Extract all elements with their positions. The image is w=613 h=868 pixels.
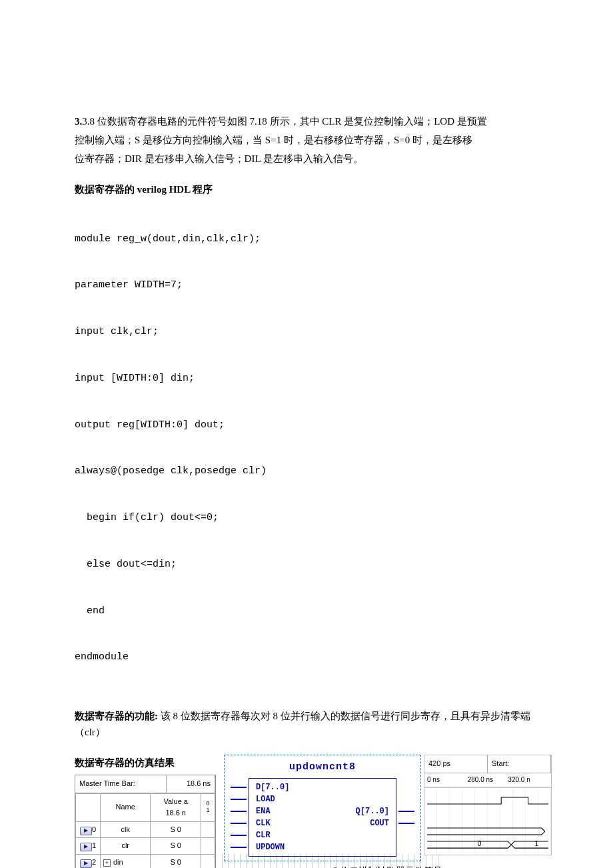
code-line: begin if(clr) dout<=0; <box>75 510 546 525</box>
code-line: always@(posedge clk,posedge clr) <box>75 463 546 479</box>
pin-q: Q[7..0] <box>356 805 389 817</box>
sim-column: 数据寄存器的仿真结果 Master Time Bar: 18.6 ns Name… <box>75 755 216 868</box>
signal-icon: ▶ <box>80 827 92 835</box>
din-wave <box>427 827 548 836</box>
schematic-column: updowncnt8 D[7..0] LOAD ENAQ[7..0] CLKCO… <box>224 755 552 868</box>
code-line: input clk,clr; <box>75 324 546 339</box>
table-row: ▶1 clr S 0 <box>76 838 215 855</box>
col-name: Name <box>101 793 151 821</box>
table-row: ▶0 clk S 0 <box>76 821 215 838</box>
signal-name: din <box>113 858 123 866</box>
function-paragraph: 数据寄存器的功能: 该 8 位数据寄存器每次对 8 位并行输入的数据信号进行同步… <box>75 708 546 740</box>
sim-panel: Master Time Bar: 18.6 ns Name Value a18.… <box>75 775 216 868</box>
col-value: Value a18.6 n <box>151 793 201 821</box>
master-time-value: 18.6 ns <box>167 775 215 793</box>
heading-verilog: 数据寄存器的 verilog HDL 程序 <box>75 181 546 197</box>
paragraph-1-line2: 控制输入端；S 是移位方向控制输入端，当 S=1 时，是右移移位寄存器，S=0 … <box>75 132 546 148</box>
table-row: ▶2 +din S 0 <box>76 854 215 868</box>
signal-value: S 0 <box>151 838 201 855</box>
schematic-title: updowncnt8 <box>230 759 415 775</box>
sim-time-bar: Master Time Bar: 18.6 ns <box>75 775 215 793</box>
wave-ruler: 0 ns 280.0 ns 320.0 n <box>424 773 551 787</box>
figure-row: 数据寄存器的仿真结果 Master Time Bar: 18.6 ns Name… <box>75 755 546 868</box>
pin-updown: UPDOWN <box>256 841 285 853</box>
waveform-panel: 420 ps Start: 0 ns 280.0 ns 320.0 n <box>424 755 552 855</box>
paragraph-1-line1: 3.3.8 位数据寄存器电路的元件符号如图 7.18 所示，其中 CLR 是复位… <box>75 113 546 129</box>
signal-icon: ▶ <box>80 859 92 868</box>
sim-heading: 数据寄存器的仿真结果 <box>75 755 216 771</box>
wave-start-label: Start: <box>488 755 551 773</box>
pin-ena: ENA <box>256 805 271 817</box>
code-line: endmodule <box>75 649 546 665</box>
signal-icon: ▶ <box>80 843 92 851</box>
code-line: else dout<=din; <box>75 557 546 572</box>
clk-wave <box>427 796 548 805</box>
pin-clr: CLR <box>256 829 271 841</box>
code-block: module reg_w(dout,din,clk,clr); paramete… <box>75 200 546 696</box>
code-line: output reg[WIDTH:0] dout; <box>75 417 546 433</box>
code-line: end <box>75 603 546 619</box>
signal-name: clk <box>101 821 151 838</box>
signal-value: S 0 <box>151 854 201 868</box>
sim-table: Name Value a18.6 n 01 ▶0 clk S 0 ▶1 clr … <box>75 793 215 868</box>
signal-value: S 0 <box>151 821 201 838</box>
code-line: module reg_w(dout,din,clk,clr); <box>75 231 546 247</box>
pin-d: D[7..0] <box>256 781 289 793</box>
wave-label-0: 0 <box>478 839 482 849</box>
wave-label-1: 1 <box>534 839 538 849</box>
wave-pointer: 420 ps <box>424 755 488 773</box>
code-line: input [WIDTH:0] din; <box>75 371 546 386</box>
schematic-block: D[7..0] LOAD ENAQ[7..0] CLKCOUT CLR UPDO… <box>249 778 396 857</box>
pin-clk: CLK <box>256 817 271 829</box>
document-page: 3.3.8 位数据寄存器电路的元件符号如图 7.18 所示，其中 CLR 是复位… <box>0 0 613 868</box>
wave-body: 0 1 <box>424 787 551 855</box>
dout-wave <box>427 840 548 849</box>
master-time-label: Master Time Bar: <box>75 775 167 793</box>
pin-cout: COUT <box>370 817 389 829</box>
pin-load: LOAD <box>256 793 275 805</box>
code-line: parameter WIDTH=7; <box>75 277 546 293</box>
schematic-caption: 8 位二进制计数器元件符号 <box>224 864 552 868</box>
signal-name: clr <box>101 838 151 855</box>
paragraph-1-line3: 位寄存器；DIR 是右移串入输入信号；DIL 是左移串入输入信号。 <box>75 151 546 167</box>
schematic-symbol: updowncnt8 D[7..0] LOAD ENAQ[7..0] CLKCO… <box>224 755 421 861</box>
expand-icon[interactable]: + <box>103 859 111 867</box>
col-tick: 01 <box>201 793 215 821</box>
